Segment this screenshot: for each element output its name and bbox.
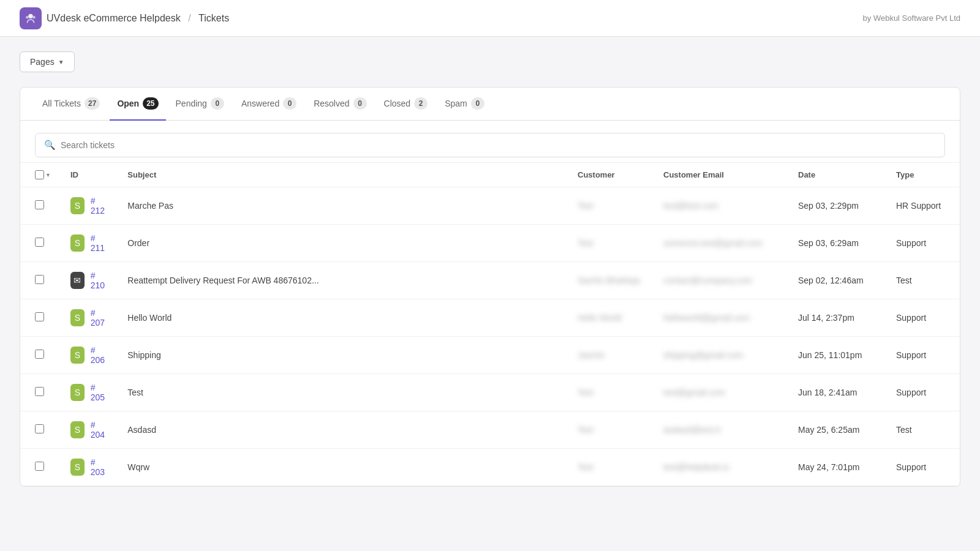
customer-email: test@test.com [663,201,718,211]
row-date-cell: Jun 18, 2:41am [788,374,886,411]
tab-label-resolved: Resolved [314,99,349,108]
col-date: Date [788,163,886,187]
row-checkbox-6[interactable] [35,424,44,433]
table-row: S # 206 Shipping Jasmin shipping@gmail.c… [20,337,960,374]
row-id-cell: S # 205 [61,374,118,411]
tab-badge-answered: 0 [283,97,296,110]
search-input[interactable] [61,140,936,150]
tab-resolved[interactable]: Resolved 0 [306,88,374,121]
customer-name: Test [578,238,594,248]
row-customer-cell: Hello World [568,299,654,337]
ticket-id-link[interactable]: # 212 [91,196,108,216]
row-email-cell: test@test.com [654,187,788,225]
row-type-cell: Support [886,337,960,374]
table-header-row: ▼ ID Subject Customer Customer Email Dat… [20,163,960,187]
search-icon: 🔍 [44,140,56,151]
ticket-id-link[interactable]: # 205 [91,383,108,402]
row-subject-cell[interactable]: Marche Pas [118,187,568,225]
customer-email: asdasd@test.it [663,425,720,435]
row-checkbox-3[interactable] [35,312,44,321]
row-type-cell: Test [886,411,960,449]
row-subject-cell[interactable]: Order [118,225,568,262]
row-check-cell [20,187,61,225]
ticket-id-link[interactable]: # 207 [91,308,108,328]
row-email-cell: contact@company.com [654,262,788,299]
customer-name: Jasmin [578,350,605,360]
ticket-id-link[interactable]: # 203 [91,457,108,477]
select-all-checkbox[interactable] [35,170,44,179]
ticket-id-link[interactable]: # 211 [91,233,108,253]
ticket-id-link[interactable]: # 204 [91,420,108,440]
customer-name: Test [578,425,594,435]
row-checkbox-1[interactable] [35,238,44,247]
table-row: ✉ # 210 Reattempt Delivery Request For A… [20,262,960,299]
row-checkbox-4[interactable] [35,350,44,359]
shopify-icon: S [70,384,85,401]
row-check-cell [20,262,61,299]
row-type-cell: Support [886,449,960,486]
row-id-cell: S # 207 [61,299,118,337]
shopify-icon: S [70,459,85,476]
row-type-cell: Support [886,374,960,411]
row-checkbox-2[interactable] [35,275,44,284]
col-email: Customer Email [654,163,788,187]
ticket-container: All Tickets 27 Open 25 Pending 0 Answere… [20,87,960,487]
row-type-cell: Support [886,299,960,337]
check-dropdown-arrow[interactable]: ▼ [45,172,51,178]
tab-all[interactable]: All Tickets 27 [35,88,107,121]
tab-open[interactable]: Open 25 [110,88,165,121]
row-subject-cell[interactable]: Hello World [118,299,568,337]
row-email-cell: asdasd@test.it [654,411,788,449]
customer-name: Test [578,388,594,397]
tab-label-pending: Pending [176,99,207,108]
tab-closed[interactable]: Closed 2 [377,88,435,121]
pages-button-label: Pages [30,57,55,67]
ticket-id-link[interactable]: # 206 [91,345,108,365]
ticket-id-link[interactable]: # 210 [91,271,108,290]
tab-label-open: Open [117,99,139,108]
row-date-cell: Jun 25, 11:01pm [788,337,886,374]
row-checkbox-0[interactable] [35,200,44,209]
main-content: Pages ▼ All Tickets 27 Open 25 Pending 0… [0,37,980,501]
table-row: S # 207 Hello World Hello World hellowor… [20,299,960,337]
app-name: UVdesk eCommerce Helpdesk [47,13,181,23]
row-date-cell: May 24, 7:01pm [788,449,886,486]
row-subject-cell[interactable]: Shipping [118,337,568,374]
search-input-wrap: 🔍 [35,133,945,157]
shopify-icon: S [70,234,85,252]
row-customer-cell: Test [568,374,654,411]
row-customer-cell: Test [568,411,654,449]
tab-label-all: All Tickets [42,99,81,108]
tab-pending[interactable]: Pending 0 [168,88,232,121]
row-email-cell: helloworld@gmail.com [654,299,788,337]
row-checkbox-5[interactable] [35,387,44,396]
tab-badge-pending: 0 [211,97,224,110]
row-checkbox-7[interactable] [35,462,44,471]
pages-button[interactable]: Pages ▼ [20,51,75,72]
row-date-cell: Sep 03, 6:29am [788,225,886,262]
customer-name: Test [578,201,594,211]
row-subject-cell[interactable]: Asdasd [118,411,568,449]
row-date-cell: May 25, 6:25am [788,411,886,449]
breadcrumb-separator: / [188,13,190,23]
customer-name: Test [578,462,594,472]
row-date-cell: Jul 14, 2:37pm [788,299,886,337]
table-row: S # 205 Test Test test@gmail.com Jun 18,… [20,374,960,411]
shopify-icon: S [70,347,85,364]
row-customer-cell: Jasmin [568,337,654,374]
shopify-icon: S [70,197,85,214]
tab-badge-spam: 0 [471,97,484,110]
table-row: S # 203 Wqrw Test test@helpdesk.io May 2… [20,449,960,486]
row-subject-cell[interactable]: Reattempt Delivery Request For AWB 48676… [118,262,568,299]
col-id: ID [61,163,118,187]
row-email-cell: someone.test@gmail.com [654,225,788,262]
tab-answered[interactable]: Answered 0 [234,88,304,121]
table-row: S # 204 Asdasd Test asdasd@test.it May 2… [20,411,960,449]
tab-spam[interactable]: Spam 0 [437,88,492,121]
tab-label-answered: Answered [241,99,279,108]
customer-name: Sachin Bhatheja [578,276,640,285]
row-date-cell: Sep 02, 12:46am [788,262,886,299]
row-subject-cell[interactable]: Wqrw [118,449,568,486]
row-customer-cell: Test [568,449,654,486]
row-subject-cell[interactable]: Test [118,374,568,411]
